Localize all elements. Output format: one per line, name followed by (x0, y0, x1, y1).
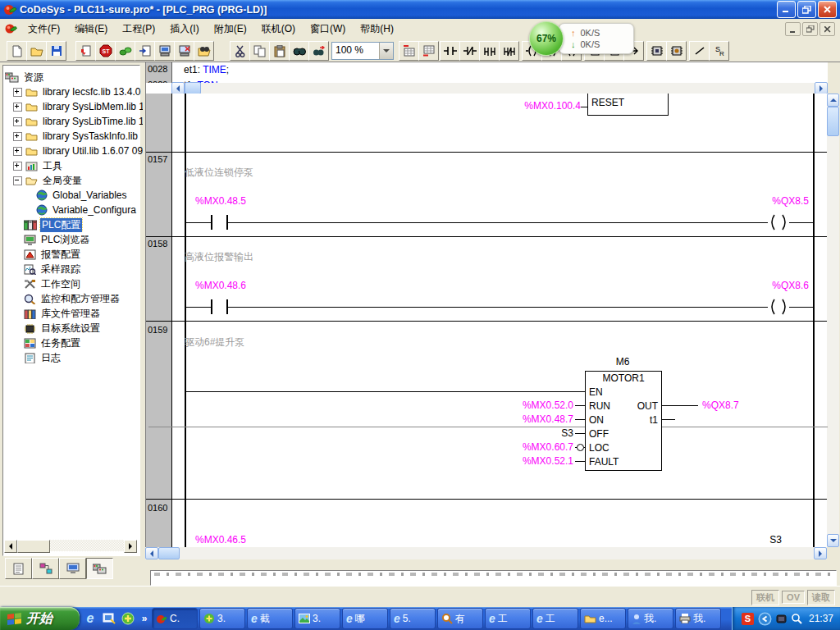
find-next-button[interactable] (308, 41, 329, 61)
task-my-doc-2[interactable]: 我. (675, 608, 721, 629)
operand-run[interactable]: %MX0.52.0 (500, 399, 573, 411)
logout-button[interactable] (174, 41, 194, 61)
tree-item-watch-recipe-manager[interactable]: 监控和配方管理器 (5, 291, 153, 306)
contact-operand[interactable]: %MX0.48.6 (195, 280, 246, 291)
scroll-right-button[interactable] (814, 547, 827, 559)
save-button[interactable] (46, 41, 66, 61)
tree-item-lib-systaskinfo[interactable]: library SysTaskInfo.lib (5, 129, 143, 144)
tree-item-plc-configuration[interactable]: PLC配置 (5, 217, 153, 232)
download-button[interactable] (75, 41, 96, 61)
editor-horizontal-scrollbar[interactable] (145, 547, 827, 559)
menu-project[interactable]: 工程(P) (115, 20, 162, 39)
quicklaunch-ie-icon[interactable]: e (82, 610, 98, 627)
quicklaunch-360-icon[interactable] (120, 610, 136, 627)
expand-icon[interactable] (13, 132, 22, 141)
find-button[interactable] (289, 41, 309, 61)
scroll-left-button[interactable] (145, 547, 158, 559)
minimize-button[interactable] (777, 1, 796, 18)
operand-label[interactable]: %MX0.100.4 (507, 100, 581, 112)
cut-button[interactable] (230, 41, 250, 61)
network-number[interactable]: 0160 (148, 503, 167, 513)
tree-item-tools[interactable]: 工具 (5, 158, 143, 173)
scroll-thumb[interactable] (827, 107, 839, 136)
net-speed-overlay-widget[interactable]: ↑0K/S ↓0K/S 67% (529, 21, 628, 54)
open-file-button[interactable] (26, 41, 47, 61)
contact-button[interactable] (440, 41, 460, 61)
contact-operand[interactable]: %MX0.48.5 (195, 195, 246, 207)
coil-symbol[interactable] (768, 214, 789, 231)
new-file-button[interactable] (7, 41, 27, 61)
operand-out[interactable]: %QX8.7 (702, 399, 739, 411)
scroll-thumb[interactable] (185, 82, 201, 94)
menu-online[interactable]: 联机(O) (254, 20, 303, 39)
tab-visualizations[interactable] (59, 558, 86, 579)
network-number[interactable]: 0159 (148, 325, 167, 335)
network-number[interactable]: 0158 (148, 239, 167, 249)
mdi-minimize-button[interactable] (785, 22, 801, 36)
tree-item-target-settings[interactable]: 目标系统设置 (5, 321, 153, 336)
tree-root-resources[interactable]: 资源 (5, 70, 135, 84)
operand-on[interactable]: %MX0.48.7 (500, 413, 573, 425)
copy-button[interactable] (249, 41, 270, 61)
timer-block-button[interactable] (646, 41, 667, 61)
operand-fault[interactable]: %MX0.52.1 (500, 455, 573, 467)
task-ie-1[interactable]: e 截 (247, 608, 293, 629)
scroll-left-button[interactable] (171, 82, 185, 94)
network-comment[interactable]: 低液位连锁停泵 (185, 166, 253, 180)
coil-symbol[interactable] (768, 299, 789, 315)
tree-item-variable-configuration[interactable]: Variable_Configura (5, 203, 166, 217)
global-search-button[interactable] (194, 41, 214, 61)
menu-extras[interactable]: 附加(E) (207, 20, 254, 39)
menu-help[interactable]: 帮助(H) (353, 20, 401, 39)
tree-item-alarm-configuration[interactable]: 报警配置 (5, 247, 153, 262)
expand-icon[interactable] (13, 117, 22, 126)
tree-item-lib-syslibmem[interactable]: library SysLibMem.lib 1 (5, 99, 143, 114)
coil-operand[interactable]: %QX8.5 (743, 195, 809, 207)
tree-item-plc-browser[interactable]: PLC浏览器 (5, 232, 153, 247)
scroll-left-button[interactable] (4, 540, 17, 553)
tray-clock[interactable]: 21:37 (809, 613, 833, 624)
tray-magnifier-icon[interactable] (791, 613, 802, 624)
block-instance-name[interactable]: M6 (585, 356, 660, 368)
task-ie-5[interactable]: e 工 (532, 608, 578, 629)
negated-contact-button[interactable] (459, 41, 480, 61)
network-before-button[interactable] (399, 41, 419, 61)
expand-icon[interactable] (13, 147, 22, 156)
menu-edit[interactable]: 编辑(E) (67, 20, 115, 39)
scroll-right-button[interactable] (815, 82, 828, 94)
operand-s3[interactable]: S3 (757, 534, 782, 546)
expand-icon[interactable] (13, 88, 22, 97)
step-into-button[interactable] (135, 41, 155, 61)
task-my-doc-1[interactable]: 我. (628, 608, 673, 629)
collapse-icon[interactable] (13, 176, 22, 185)
tab-data-types[interactable] (32, 558, 59, 579)
task-folder[interactable]: e... (580, 608, 626, 629)
scroll-track[interactable] (50, 540, 124, 551)
task-ie-2[interactable]: e 哪 (342, 608, 388, 629)
scroll-down-button[interactable] (827, 534, 839, 547)
tree-item-lib-util[interactable]: library Util.lib 1.6.07 09 (5, 144, 143, 158)
network-after-button[interactable] (418, 41, 439, 61)
operand-off[interactable]: S3 (500, 427, 573, 439)
scroll-thumb[interactable] (17, 540, 50, 553)
login-button[interactable] (154, 41, 175, 61)
operand-loc[interactable]: %MX0.60.7 (500, 441, 573, 453)
set-reset-button[interactable]: SR (709, 41, 729, 61)
tree-item-task-configuration[interactable]: 任务配置 (5, 336, 153, 350)
network-comment[interactable]: 驱动6#提升泵 (185, 336, 244, 349)
tree-item-sampling-trace[interactable]: 采样跟踪 (5, 262, 153, 276)
tree-item-lib-iecsfc[interactable]: library Iecsfc.lib 13.4.0 (5, 84, 143, 99)
scroll-right-button[interactable] (124, 540, 137, 553)
tree-item-log[interactable]: 日志 (5, 350, 153, 365)
mdi-restore-button[interactable] (802, 22, 818, 36)
quicklaunch-show-desktop-icon[interactable] (101, 610, 117, 627)
task-codesys[interactable]: C. (152, 608, 198, 629)
expand-icon[interactable] (13, 103, 22, 112)
run-button[interactable] (115, 41, 135, 61)
operator-block-button[interactable] (666, 41, 687, 61)
network-comment[interactable]: 高液位报警输出 (185, 250, 253, 264)
declaration-editor[interactable]: 0028 et1: TIME; 0029 t1: TON; (145, 62, 828, 94)
paste-button[interactable] (269, 41, 290, 61)
tree-item-lib-syslibtime[interactable]: library SysLibTime.lib 1 (5, 114, 143, 129)
tree-item-global-variables[interactable]: Global_Variables (5, 188, 166, 203)
